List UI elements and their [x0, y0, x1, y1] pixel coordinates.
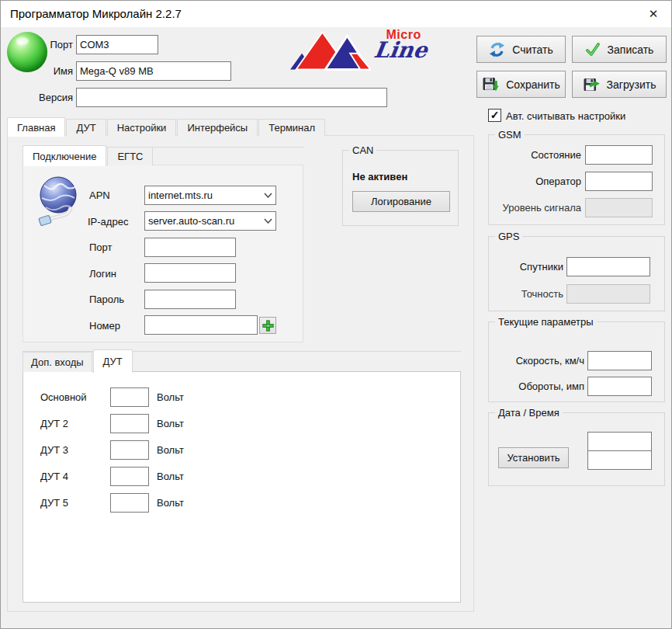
refresh-icon	[489, 42, 505, 57]
number-label: Номер	[89, 320, 120, 332]
read-button[interactable]: Считать	[476, 36, 566, 63]
rpm-field[interactable]	[587, 377, 652, 396]
load-disk-icon	[583, 76, 600, 93]
dut4-input[interactable]	[110, 467, 149, 486]
gsm-state-field[interactable]	[585, 145, 653, 165]
window-title: Программатор Микролайн 2.2.7	[10, 1, 182, 27]
apn-label: APN	[89, 189, 110, 201]
dut-row: ДУТ 5 Вольт	[23, 493, 460, 513]
can-group-title: CAN	[349, 144, 376, 156]
gps-accuracy-field	[566, 284, 650, 304]
gsm-signal-field	[585, 198, 653, 217]
set-datetime-label: Установить	[507, 452, 559, 464]
conn-tabstrip: Подключение ЕГТС	[23, 144, 154, 165]
login-label: Логин	[89, 268, 116, 280]
dut-row: ДУТ 2 Вольт	[23, 414, 460, 433]
tab-egts[interactable]: ЕГТС	[107, 147, 153, 165]
add-number-button[interactable]	[259, 317, 276, 334]
set-datetime-button[interactable]: Установить	[498, 447, 569, 468]
time-field[interactable]	[587, 450, 652, 470]
gps-group: GPS Спутники Точность	[488, 236, 665, 311]
close-icon[interactable]: ✕	[636, 1, 671, 27]
ip-label: IP-адрес	[88, 216, 128, 228]
tab-nastroyki[interactable]: Настройки	[107, 119, 177, 136]
dut-row-unit: Вольт	[157, 471, 184, 482]
speed-field[interactable]	[587, 351, 652, 370]
load-button[interactable]: Загрузить	[572, 71, 667, 98]
gsm-operator-label: Оператор	[492, 175, 581, 187]
logo-word-line: Line	[372, 40, 428, 61]
tab-dut[interactable]: ДУТ	[66, 119, 106, 136]
write-button-label: Записать	[608, 43, 654, 56]
tab-dut-inner[interactable]: ДУТ	[93, 349, 133, 373]
dut-row: ДУТ 4 Вольт	[23, 467, 460, 486]
port-label: Порт	[16, 39, 73, 50]
save-button[interactable]: Сохранить	[476, 71, 566, 98]
dut-tabstrip: Доп. входы ДУТ	[23, 349, 133, 372]
save-disk-icon	[482, 76, 499, 93]
date-field[interactable]	[587, 432, 652, 451]
can-logging-label: Логирование	[371, 196, 431, 207]
check-icon	[585, 42, 601, 57]
plus-icon	[262, 320, 274, 332]
conn-port-label: Порт	[89, 242, 112, 253]
dut-row-label: ДУТ 4	[40, 471, 68, 482]
dut-page: Основной Вольт ДУТ 2 Вольт ДУТ 3 Вольт Д…	[23, 371, 461, 603]
port-input[interactable]	[76, 35, 158, 54]
number-input[interactable]	[144, 315, 258, 335]
dut-row: ДУТ 3 Вольт	[23, 440, 460, 460]
current-params-group: Текущие параметры Скорость, км/ч Обороты…	[488, 321, 665, 402]
logo-triangles-icon	[290, 29, 371, 72]
dut3-input[interactable]	[110, 440, 149, 460]
version-label: Версия	[16, 92, 73, 103]
apn-combobox[interactable]: internet.mts.ru	[144, 186, 276, 205]
read-button-label: Считать	[512, 43, 553, 56]
write-button[interactable]: Записать	[572, 36, 667, 63]
login-input[interactable]	[144, 263, 236, 283]
gps-group-title: GPS	[495, 231, 522, 242]
dut2-input[interactable]	[110, 414, 149, 433]
gps-accuracy-label: Точность	[492, 288, 563, 300]
name-label: Имя	[16, 65, 73, 77]
chevron-down-icon	[264, 193, 272, 198]
apn-value: internet.mts.ru	[148, 189, 261, 201]
gps-satellites-field[interactable]	[566, 257, 650, 276]
rpm-label: Обороты, имп	[492, 381, 584, 392]
auto-read-label: Авт. считывать настройки	[506, 110, 625, 122]
password-label: Пароль	[89, 294, 124, 305]
password-input[interactable]	[144, 290, 236, 309]
dut-main-input[interactable]	[110, 387, 149, 407]
app-window: Программатор Микролайн 2.2.7 ✕ Порт Имя …	[0, 0, 672, 629]
datetime-group: Дата / Время Установить	[488, 412, 665, 486]
gsm-signal-label: Уровень сигнала	[492, 202, 581, 214]
globe-network-icon	[35, 175, 83, 228]
tab-glavnaya[interactable]: Главная	[7, 117, 65, 137]
gsm-group: GSM Состояние Оператор Уровень сигнала	[488, 134, 665, 225]
auto-read-checkbox[interactable]: ✓	[488, 109, 501, 122]
can-logging-button[interactable]: Логирование	[352, 191, 450, 212]
name-input[interactable]	[76, 61, 231, 81]
tab-podklyuchenie[interactable]: Подключение	[23, 145, 106, 166]
current-params-title: Текущие параметры	[495, 316, 597, 328]
version-input[interactable]	[76, 88, 387, 107]
conn-port-input[interactable]	[144, 238, 236, 257]
dut-row-unit: Вольт	[157, 391, 184, 403]
can-group: CAN Не активен Логирование	[342, 150, 459, 226]
dut-row: Основной Вольт	[23, 387, 460, 407]
ip-value: server.auto-scan.ru	[148, 215, 261, 227]
gsm-state-label: Состояние	[492, 149, 581, 161]
dut-row-unit: Вольт	[157, 444, 184, 456]
tab-interfeysy[interactable]: Интерфейсы	[177, 119, 258, 136]
dut-row-label: ДУТ 3	[40, 444, 68, 456]
chevron-down-icon	[264, 218, 272, 224]
gsm-group-title: GSM	[495, 129, 525, 141]
tab-dop-vhody[interactable]: Доп. входы	[23, 352, 92, 372]
ip-combobox[interactable]: server.auto-scan.ru	[144, 211, 276, 231]
gsm-operator-field[interactable]	[585, 172, 653, 191]
tab-terminal[interactable]: Терминал	[258, 119, 325, 136]
load-button-label: Загрузить	[607, 78, 656, 91]
checkmark-icon: ✓	[490, 109, 500, 121]
dut-row-label: ДУТ 2	[40, 418, 68, 429]
microline-logo: Micro Line	[290, 29, 427, 72]
dut5-input[interactable]	[110, 493, 149, 513]
